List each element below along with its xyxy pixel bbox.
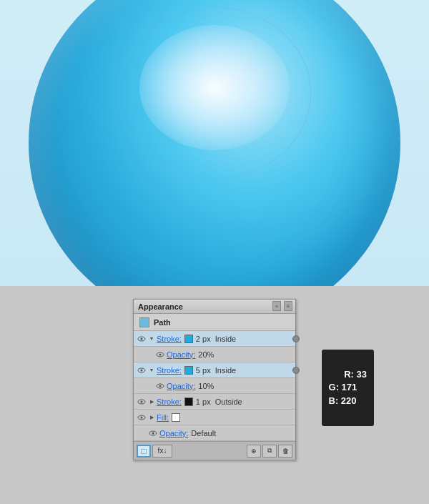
stroke-row-3-content: Stroke: 1 px Outside bbox=[157, 397, 292, 406]
svg-point-11 bbox=[141, 416, 143, 418]
svg-point-5 bbox=[141, 369, 143, 371]
svg-point-7 bbox=[159, 385, 162, 387]
expand-triangle-fill[interactable]: ▶ bbox=[148, 412, 155, 423]
eye-icon-op3[interactable] bbox=[148, 428, 158, 438]
opacity-value-1: 20% bbox=[198, 350, 214, 359]
stroke-dot-1[interactable] bbox=[292, 335, 300, 342]
color-g: G: 171 bbox=[329, 382, 358, 392]
expand-triangle-3[interactable]: ▶ bbox=[148, 397, 155, 407]
stroke-dot-2[interactable] bbox=[292, 367, 300, 374]
stroke-swatch-3[interactable] bbox=[184, 397, 193, 406]
svg-point-3 bbox=[159, 353, 162, 355]
blue-ball bbox=[29, 0, 400, 286]
opacity-label-3[interactable]: Opacity: bbox=[159, 429, 188, 438]
opacity-label-1[interactable]: Opacity: bbox=[167, 350, 195, 359]
opacity-row-3-content: Opacity: Default bbox=[159, 429, 292, 438]
stroke-row-2-content: Stroke: 5 px Inside bbox=[157, 366, 292, 375]
fill-row: ▶ Fill: bbox=[134, 410, 295, 425]
opacity-row-2-content: Opacity: 10% bbox=[167, 382, 292, 390]
opacity-row-2: Opacity: 10% bbox=[134, 378, 295, 394]
panel-area: Appearance « ≡ Path ▼ Stroke: bbox=[0, 286, 429, 504]
panel-titlebar: Appearance « ≡ bbox=[134, 300, 295, 314]
fx-button[interactable]: fx↓ bbox=[152, 445, 172, 458]
opacity-row-1: Opacity: 20% bbox=[134, 347, 295, 362]
path-row: Path bbox=[134, 314, 295, 331]
color-b: B: 220 bbox=[329, 395, 357, 406]
fill-row-content: Fill: bbox=[157, 413, 292, 422]
stroke-label-3[interactable]: Stroke: bbox=[157, 397, 182, 406]
duplicate-button[interactable]: ⧉ bbox=[262, 445, 277, 458]
svg-point-9 bbox=[141, 400, 143, 402]
stroke-row-1: ▼ Stroke: 2 px Inside bbox=[134, 331, 295, 347]
expand-triangle-1[interactable]: ▼ bbox=[148, 334, 155, 344]
link-button[interactable]: ⊕ bbox=[247, 445, 261, 458]
stroke-swatch-2[interactable] bbox=[184, 366, 193, 375]
panel-controls: « ≡ bbox=[272, 301, 292, 311]
expand-triangle-2[interactable]: ▼ bbox=[148, 365, 155, 375]
eye-icon-op2[interactable] bbox=[155, 381, 165, 391]
ball-highlight bbox=[139, 25, 290, 150]
svg-point-13 bbox=[152, 432, 154, 434]
eye-icon-1[interactable] bbox=[137, 334, 147, 344]
color-r: R: 33 bbox=[344, 369, 367, 380]
stroke-value-1: 2 px Inside bbox=[196, 335, 236, 343]
eye-icon-op1[interactable] bbox=[155, 350, 165, 360]
path-label: Path bbox=[154, 318, 171, 327]
eye-icon-2[interactable] bbox=[137, 365, 147, 375]
svg-point-1 bbox=[141, 337, 143, 340]
stroke-value-2: 5 px Inside bbox=[196, 366, 236, 375]
stroke-swatch-1[interactable] bbox=[184, 335, 193, 343]
opacity-value-2: 10% bbox=[198, 382, 214, 390]
panel-title: Appearance bbox=[138, 302, 183, 311]
stroke-label-1[interactable]: Stroke: bbox=[157, 335, 182, 343]
canvas-area bbox=[0, 0, 429, 286]
eye-icon-3[interactable] bbox=[137, 397, 147, 407]
color-tooltip: R: 33 G: 171 B: 220 bbox=[322, 350, 374, 426]
fill-label[interactable]: Fill: bbox=[157, 413, 169, 422]
stroke-row-2: ▼ Stroke: 5 px Inside bbox=[134, 362, 295, 378]
opacity-value-3: Default bbox=[191, 429, 216, 438]
fill-swatch[interactable] bbox=[172, 413, 180, 422]
opacity-label-2[interactable]: Opacity: bbox=[167, 382, 195, 390]
path-thumbnail bbox=[139, 317, 149, 327]
collapse-button[interactable]: « bbox=[272, 301, 281, 311]
appearance-panel: Appearance « ≡ Path ▼ Stroke: bbox=[133, 299, 296, 460]
opacity-row-3: Opacity: Default bbox=[134, 425, 295, 441]
new-item-button[interactable]: □ bbox=[137, 445, 151, 458]
stroke-value-3: 1 px Outside bbox=[196, 397, 242, 406]
stroke-label-2[interactable]: Stroke: bbox=[157, 366, 182, 375]
panel-toolbar: □ fx↓ ⊕ ⧉ 🗑 bbox=[134, 441, 295, 460]
delete-button[interactable]: 🗑 bbox=[278, 445, 292, 458]
opacity-row-1-content: Opacity: 20% bbox=[167, 350, 292, 359]
stroke-row-3: ▶ Stroke: 1 px Outside bbox=[134, 394, 295, 410]
menu-button[interactable]: ≡ bbox=[284, 301, 292, 311]
eye-icon-fill[interactable] bbox=[137, 412, 147, 423]
stroke-row-1-content: Stroke: 2 px Inside bbox=[157, 335, 292, 343]
